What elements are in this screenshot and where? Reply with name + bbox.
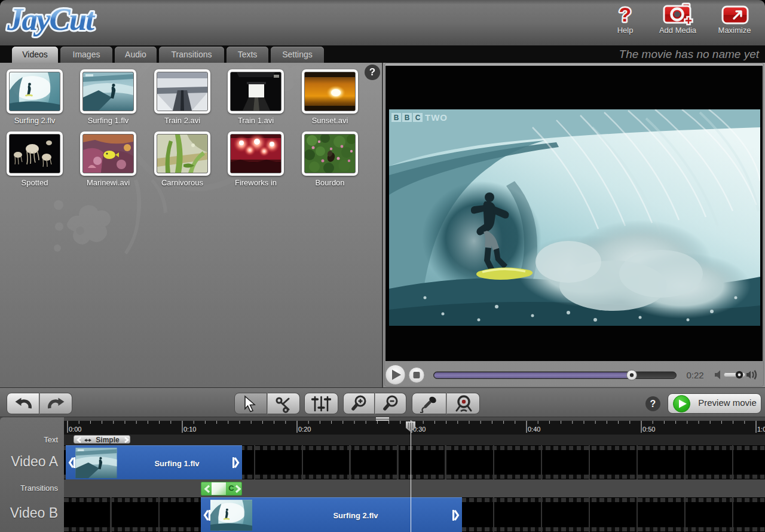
svg-text:?: ? [619, 3, 632, 26]
svg-text:0:50: 0:50 [642, 426, 655, 433]
svg-text:B: B [405, 114, 410, 122]
svg-text:1:0: 1:0 [757, 426, 765, 433]
svg-text:TWO: TWO [425, 112, 448, 123]
svg-text:0:40: 0:40 [528, 426, 540, 433]
svg-text:JayCut: JayCut [7, 2, 96, 36]
svg-text:C: C [415, 114, 421, 122]
svg-text:0:20: 0:20 [298, 426, 311, 433]
svg-text:0:00: 0:00 [69, 426, 81, 433]
svg-text:0:22: 0:22 [686, 370, 703, 380]
svg-text:B: B [394, 114, 399, 122]
svg-text:0:10: 0:10 [183, 426, 196, 433]
